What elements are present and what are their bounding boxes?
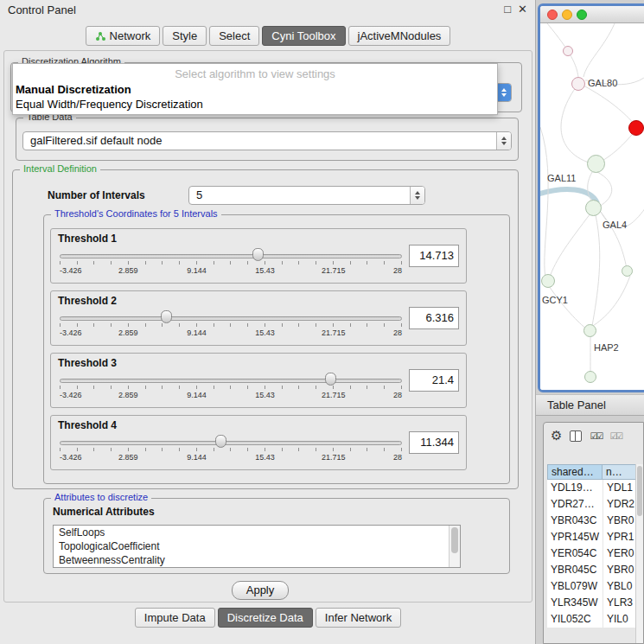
slider-scale: -3.426 2.859 9.144 15.43 21.715 28 xyxy=(60,453,402,462)
tab-jactivemnodules[interactable]: jActiveMNodules xyxy=(348,26,451,46)
tab-label: Select xyxy=(219,29,250,42)
cyni-toolbox-panel: Discretization Algorithm Select algorith… xyxy=(3,50,532,603)
network-node[interactable] xyxy=(563,46,573,56)
node-label-gal11: GAL11 xyxy=(547,173,576,183)
tab-infer-network[interactable]: Infer Network xyxy=(316,608,401,628)
list-item[interactable]: SelfLoops xyxy=(54,526,460,539)
tab-label: Infer Network xyxy=(325,611,392,624)
close-icon[interactable]: ✕ xyxy=(518,3,527,16)
list-scrollbar[interactable] xyxy=(449,526,460,567)
tab-label: jActiveMNodules xyxy=(358,29,442,42)
numerical-attributes-label: Numerical Attributes xyxy=(53,506,155,518)
table-row[interactable]: YDL19…YDL1 xyxy=(547,480,644,496)
table-row[interactable]: YBR045CYBR0 xyxy=(547,562,644,578)
dropdown-option-manual-discretization[interactable]: Manual Discretization xyxy=(13,82,497,97)
slider-track[interactable] xyxy=(60,254,402,258)
threshold-3-slider[interactable]: -3.426 2.859 9.144 15.43 21.715 28 xyxy=(60,373,402,405)
threshold-4-value-field[interactable]: 11.344 xyxy=(409,431,459,454)
network-canvas[interactable]: GAL80 GAL11 GAL4 GCY1 HAP2 xyxy=(540,23,644,390)
slider-track[interactable] xyxy=(60,379,402,383)
tab-network[interactable]: Network xyxy=(86,26,161,46)
group-title: Interval Definition xyxy=(20,163,100,174)
table-row[interactable]: YLR345WYLR3 xyxy=(547,595,644,611)
network-node-selected[interactable] xyxy=(628,120,644,136)
slider-scale: -3.426 2.859 9.144 15.43 21.715 28 xyxy=(60,391,402,400)
gear-icon[interactable]: ⚙ xyxy=(551,429,562,443)
tab-discretize-data[interactable]: Discretize Data xyxy=(218,608,313,628)
table-body: YDL19…YDL1 YDR27…YDR2 YBR043CYBR0 YPR145… xyxy=(547,480,644,628)
threshold-3-value-field[interactable]: 21.4 xyxy=(409,369,459,392)
tab-label: Cyni Toolbox xyxy=(271,29,335,42)
node-label-gcy1: GCY1 xyxy=(542,295,568,305)
tab-style[interactable]: Style xyxy=(163,26,207,46)
tab-label: Style xyxy=(172,29,197,42)
slider-scale: -3.426 2.859 9.144 15.43 21.715 28 xyxy=(60,266,402,276)
threshold-4-slider[interactable]: -3.426 2.859 9.144 15.43 21.715 28 xyxy=(60,435,402,468)
apply-button[interactable]: Apply xyxy=(232,581,289,600)
group-title: Threshold's Coordinates for 5 Intervals xyxy=(51,208,221,219)
screen: Control Panel □ ✕ Network Style xyxy=(0,0,644,644)
combo-value: 5 xyxy=(196,187,407,204)
tab-label: Discretize Data xyxy=(227,611,303,624)
select-all-columns-icon[interactable]: ☑☑ xyxy=(590,431,602,441)
table-panel-window: ⚙ ☑☑ ☑☑ shared… n… YDL19…YDL1 YDR27…YDR2… xyxy=(543,422,644,644)
slider-thumb[interactable] xyxy=(215,435,226,448)
attributes-to-discretize-group: Attributes to discretize Numerical Attri… xyxy=(43,498,510,574)
slider-thumb[interactable] xyxy=(161,310,172,323)
slider-track[interactable] xyxy=(60,316,402,321)
table-row[interactable]: YIL052CYIL0 xyxy=(547,611,644,628)
slider-thumb[interactable] xyxy=(325,373,336,386)
table-toolbar: ⚙ ☑☑ ☑☑ xyxy=(544,423,643,449)
tab-impute-data[interactable]: Impute Data xyxy=(135,608,215,628)
threshold-4-panel: Threshold 4 11.344 -3.426 2.859 9.144 15… xyxy=(50,415,467,470)
threshold-1-value-field[interactable]: 14.713 xyxy=(409,245,459,267)
network-node-gcy1[interactable] xyxy=(541,274,555,288)
number-of-intervals-combo[interactable]: 5 xyxy=(188,186,425,205)
network-node-gal80[interactable] xyxy=(571,77,585,91)
network-node[interactable] xyxy=(622,265,633,277)
tab-label: Impute Data xyxy=(144,611,206,624)
dropdown-option-equal-width[interactable]: Equal Width/Frequency Discretization xyxy=(13,97,497,112)
combo-stepper[interactable] xyxy=(410,187,424,204)
table-row[interactable]: YBL079WYBL0 xyxy=(547,578,644,595)
list-item[interactable]: TopologicalCoefficient xyxy=(54,539,460,553)
list-item[interactable]: BetweennessCentrality xyxy=(54,553,460,567)
table-row[interactable]: YER054CYER0 xyxy=(547,545,644,562)
columns-icon[interactable] xyxy=(570,430,582,442)
slider-ticks xyxy=(60,261,402,265)
column-header-shared-name[interactable]: shared… xyxy=(547,464,603,480)
table-scrollbar[interactable] xyxy=(635,464,643,643)
network-window-titlebar xyxy=(540,6,644,23)
table-row[interactable]: YPR145WYPR1 xyxy=(547,529,644,545)
combo-value: galFiltered.sif default node xyxy=(30,132,494,150)
number-of-intervals-label: Number of Intervals xyxy=(48,189,145,201)
combo-stepper[interactable] xyxy=(496,132,511,150)
slider-track[interactable] xyxy=(60,441,402,445)
network-node[interactable] xyxy=(584,371,596,383)
network-node-hap2[interactable] xyxy=(583,324,596,337)
slider-thumb[interactable] xyxy=(252,248,264,261)
dropdown-placeholder: Select algorithm to view settings xyxy=(13,64,497,82)
combo-stepper[interactable] xyxy=(496,84,511,101)
tab-cyni-toolbox[interactable]: Cyni Toolbox xyxy=(262,26,345,46)
table-panel-header[interactable]: Table Panel xyxy=(536,394,644,416)
threshold-1-slider[interactable]: -3.426 2.859 9.144 15.43 21.715 28 xyxy=(60,248,402,281)
zoom-traffic-light[interactable] xyxy=(577,10,587,20)
threshold-1-panel: Threshold 1 14.713 -3.426 2.859 9.144 15… xyxy=(50,228,467,284)
node-label-gal80: GAL80 xyxy=(588,78,617,88)
tab-select[interactable]: Select xyxy=(209,26,259,46)
numerical-attributes-list[interactable]: SelfLoops TopologicalCoefficient Between… xyxy=(53,525,461,568)
close-traffic-light[interactable] xyxy=(547,10,558,20)
select-none-columns-icon[interactable]: ☑☑ xyxy=(609,431,622,441)
restore-icon[interactable]: □ xyxy=(504,3,511,16)
threshold-2-slider[interactable]: -3.426 2.859 9.144 15.43 21.715 28 xyxy=(60,310,402,343)
threshold-2-panel: Threshold 2 6.316 -3.426 2.859 9.144 15.… xyxy=(50,290,467,346)
minimize-traffic-light[interactable] xyxy=(562,10,572,20)
table-data-combo[interactable]: galFiltered.sif default node xyxy=(22,131,512,150)
network-node-gal4[interactable] xyxy=(585,200,602,216)
table-row[interactable]: YDR27…YDR2 xyxy=(547,496,644,513)
network-node-gal11[interactable] xyxy=(587,155,605,173)
threshold-label: Threshold 3 xyxy=(58,357,117,369)
threshold-2-value-field[interactable]: 6.316 xyxy=(409,307,459,329)
table-row[interactable]: YBR043CYBR0 xyxy=(547,513,644,529)
